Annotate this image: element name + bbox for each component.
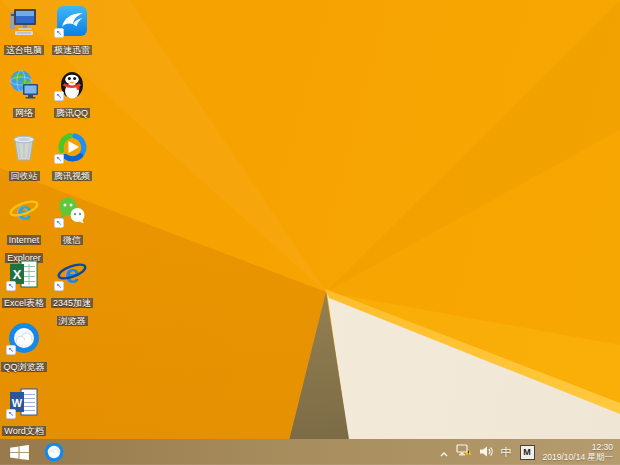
desktop-icon-internet-explorer[interactable]: e Internet Explorer	[1, 195, 47, 265]
desktop-icon-label: 极速迅雷	[52, 45, 92, 55]
ime-mode-indicator[interactable]: 中	[501, 445, 512, 460]
desktop-icon-label: 回收站	[9, 171, 40, 181]
taskbar-clock[interactable]: 12:30 2019/10/14 星期一	[543, 442, 613, 462]
internet-explorer-icon: e	[8, 195, 40, 227]
chevron-up-icon	[440, 452, 448, 457]
excel-icon: X ↖	[8, 258, 40, 290]
shortcut-arrow-icon: ↖	[6, 345, 16, 355]
desktop-icon-qq[interactable]: ↖ 腾讯QQ	[49, 68, 95, 120]
desktop-icon-network[interactable]: 网络	[1, 68, 47, 120]
recycle-bin-icon-svg	[8, 131, 40, 163]
desktop: 这台电脑 ↖ 极速迅雷	[0, 0, 620, 465]
ie-icon-svg: e	[8, 195, 40, 227]
desktop-icon-this-pc[interactable]: 这台电脑	[1, 5, 47, 57]
word-icon: W ↖	[8, 386, 40, 418]
shortcut-arrow-icon: ↖	[54, 91, 64, 101]
desktop-icon-label: Word文档	[2, 426, 45, 436]
volume-button[interactable]	[480, 443, 493, 461]
qq-penguin-icon: ↖	[56, 68, 88, 100]
qq-browser-icon: ↖	[8, 322, 40, 354]
tray-expand-button[interactable]	[440, 443, 448, 461]
taskbar-qq-browser-button[interactable]	[38, 439, 70, 465]
this-pc-icon-svg	[8, 5, 40, 37]
this-pc-icon	[8, 5, 40, 37]
desktop-icon-2345-browser[interactable]: e ↖ 2345加速浏览器	[49, 258, 95, 328]
clock-time: 12:30	[543, 442, 613, 452]
shortcut-arrow-icon: ↖	[54, 218, 64, 228]
desktop-icon-label: 2345加速浏览器	[51, 298, 93, 326]
start-button[interactable]	[0, 439, 38, 465]
desktop-icon-tencent-video[interactable]: ↖ 腾讯视频	[49, 131, 95, 183]
network-icon	[8, 68, 40, 100]
svg-text:X: X	[13, 267, 22, 282]
qq-browser-taskbar-icon	[44, 442, 64, 462]
recycle-bin-icon	[8, 131, 40, 163]
desktop-icon-label: 这台电脑	[4, 45, 44, 55]
tencent-video-icon: ↖	[56, 131, 88, 163]
speaker-icon	[480, 446, 493, 457]
desktop-icon-label: 微信	[61, 235, 83, 245]
shortcut-arrow-icon: ↖	[54, 281, 64, 291]
svg-text:W: W	[12, 397, 23, 409]
desktop-icon-word[interactable]: W ↖ Word文档	[1, 386, 47, 438]
taskbar: 中 M 12:30 2019/10/14 星期一	[0, 439, 620, 465]
desktop-icon-recycle-bin[interactable]: 回收站	[1, 131, 47, 183]
ime-language-badge[interactable]: M	[520, 445, 535, 460]
shortcut-arrow-icon: ↖	[54, 154, 64, 164]
desktop-icon-label: QQ浏览器	[1, 362, 46, 372]
wechat-icon: ↖	[56, 195, 88, 227]
system-tray: 中 M 12:30 2019/10/14 星期一	[440, 442, 620, 462]
desktop-icon-label: Excel表格	[2, 298, 46, 308]
desktop-icon-label: 腾讯视频	[52, 171, 92, 181]
clock-date: 2019/10/14 星期一	[543, 452, 613, 462]
desktop-icon-xunlei[interactable]: ↖ 极速迅雷	[49, 5, 95, 57]
shortcut-arrow-icon: ↖	[54, 28, 64, 38]
network-status-button[interactable]	[456, 443, 472, 461]
windows-logo-icon	[10, 445, 29, 460]
shortcut-arrow-icon: ↖	[6, 281, 16, 291]
xunlei-icon: ↖	[56, 5, 88, 37]
desktop-icon-excel[interactable]: X ↖ Excel表格	[1, 258, 47, 310]
2345-browser-icon: e ↖	[56, 258, 88, 290]
network-warning-icon	[456, 444, 472, 457]
desktop-icon-label: 网络	[13, 108, 35, 118]
desktop-icon-wechat[interactable]: ↖ 微信	[49, 195, 95, 247]
desktop-icon-label: 腾讯QQ	[54, 108, 90, 118]
desktop-icon-qq-browser[interactable]: ↖ QQ浏览器	[1, 322, 47, 374]
network-icon-svg	[8, 68, 40, 100]
shortcut-arrow-icon: ↖	[6, 409, 16, 419]
